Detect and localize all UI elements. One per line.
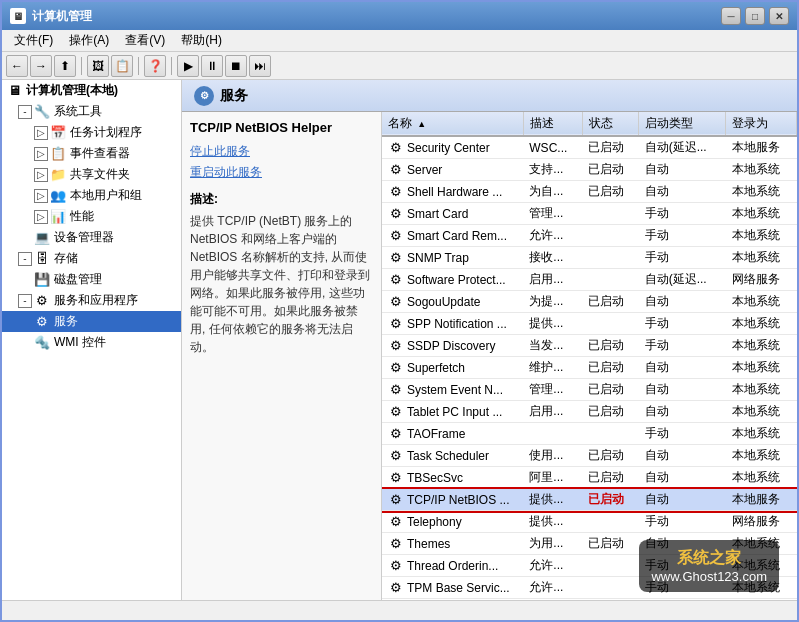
cell-startup: 手动 (639, 313, 726, 335)
sidebar: 🖥 计算机管理(本地) - 🔧 系统工具 ▷ 📅 任务计划程序 ▷ 📋 事件查看… (2, 80, 182, 600)
cell-status: 已启动 (582, 533, 639, 555)
table-row[interactable]: ⚙TBSecSvc阿里...已启动自动本地系统 (382, 467, 797, 489)
table-row[interactable]: ⚙Telephony提供...手动网络服务 (382, 511, 797, 533)
table-row[interactable]: ⚙TPM Base Servic...允许...手动本地系统 (382, 577, 797, 599)
expand-local-users[interactable]: ▷ (34, 189, 48, 203)
minimize-button[interactable]: ─ (721, 7, 741, 25)
expand-services-apps[interactable]: - (18, 294, 32, 308)
table-row[interactable]: ⚙Software Protect...启用...自动(延迟...网络服务 (382, 269, 797, 291)
table-row[interactable]: ⚙Smart Card Rem...允许...手动本地系统 (382, 225, 797, 247)
menu-view[interactable]: 查看(V) (117, 30, 173, 51)
table-header-row: 名称 ▲ 描述 状态 启动类型 (382, 112, 797, 136)
maximize-button[interactable]: □ (745, 7, 765, 25)
col-startup[interactable]: 启动类型 (639, 112, 726, 136)
computer-icon: 🖥 (6, 83, 22, 99)
sidebar-item-event-viewer[interactable]: ▷ 📋 事件查看器 (2, 143, 181, 164)
expand-task-scheduler[interactable]: ▷ (34, 126, 48, 140)
cell-login: 本地系统 (726, 203, 797, 225)
cell-name: ⚙TPM Base Servic... (382, 577, 523, 599)
system-tools-icon: 🔧 (34, 104, 50, 120)
show-hide-button[interactable]: 🖼 (87, 55, 109, 77)
services-table-area[interactable]: 名称 ▲ 描述 状态 启动类型 (382, 112, 797, 600)
table-row[interactable]: ⚙TAOFrame手动本地系统 (382, 423, 797, 445)
table-row[interactable]: ⚙Security CenterWSC...已启动自动(延迟...本地服务 (382, 136, 797, 159)
restart-service-link[interactable]: 重启动此服务 (190, 164, 373, 181)
table-row[interactable]: ⚙SPP Notification ...提供...手动本地系统 (382, 313, 797, 335)
panel-header: ⚙ 服务 (182, 80, 797, 112)
stop-button[interactable]: ⏹ (225, 55, 247, 77)
sidebar-system-tools-label: 系统工具 (54, 103, 102, 120)
table-row[interactable]: ⚙System Event N...管理...已启动自动本地系统 (382, 379, 797, 401)
table-row[interactable]: ⚙Task Scheduler使用...已启动自动本地系统 (382, 445, 797, 467)
stop-service-link[interactable]: 停止此服务 (190, 143, 373, 160)
table-row[interactable]: ⚙Shell Hardware ...为自...已启动自动本地系统 (382, 181, 797, 203)
close-button[interactable]: ✕ (769, 7, 789, 25)
table-row[interactable]: ⚙Tablet PC Input ...启用...已启动自动本地系统 (382, 401, 797, 423)
col-status[interactable]: 状态 (582, 112, 639, 136)
cell-login: 本地系统 (726, 357, 797, 379)
cell-login: 网络服务 (726, 269, 797, 291)
table-row[interactable]: ⚙SSDP Discovery当发...已启动手动本地系统 (382, 335, 797, 357)
task-scheduler-icon: 📅 (50, 125, 66, 141)
play-button[interactable]: ▶ (177, 55, 199, 77)
sidebar-item-wmi[interactable]: 🔩 WMI 控件 (2, 332, 181, 353)
table-row[interactable]: ⚙Superfetch维护...已启动自动本地系统 (382, 357, 797, 379)
sidebar-item-system-tools[interactable]: - 🔧 系统工具 (2, 101, 181, 122)
sidebar-item-performance[interactable]: ▷ 📊 性能 (2, 206, 181, 227)
sidebar-item-storage[interactable]: - 🗄 存储 (2, 248, 181, 269)
help-button[interactable]: ❓ (144, 55, 166, 77)
cell-status (582, 225, 639, 247)
expand-performance[interactable]: ▷ (34, 210, 48, 224)
cell-startup: 自动 (639, 401, 726, 423)
sidebar-item-services[interactable]: ⚙ 服务 (2, 311, 181, 332)
cell-startup: 自动 (639, 357, 726, 379)
sidebar-item-device-manager[interactable]: 💻 设备管理器 (2, 227, 181, 248)
col-login[interactable]: 登录为 (726, 112, 797, 136)
sidebar-item-local-users[interactable]: ▷ 👥 本地用户和组 (2, 185, 181, 206)
expand-storage[interactable]: - (18, 252, 32, 266)
description-text: 提供 TCP/IP (NetBT) 服务上的 NetBIOS 和网络上客户端的 … (190, 212, 373, 356)
cell-status: 已启动 (582, 467, 639, 489)
cell-desc: 为提... (523, 291, 582, 313)
col-desc[interactable]: 描述 (523, 112, 582, 136)
sidebar-item-services-apps[interactable]: - ⚙ 服务和应用程序 (2, 290, 181, 311)
properties-button[interactable]: 📋 (111, 55, 133, 77)
table-row[interactable]: ⚙SogouUpdate为提...已启动自动本地系统 (382, 291, 797, 313)
table-row[interactable]: ⚙Smart Card管理...手动本地系统 (382, 203, 797, 225)
col-name[interactable]: 名称 ▲ (382, 112, 523, 136)
cell-name: ⚙SPP Notification ... (382, 313, 523, 335)
forward-button[interactable]: → (30, 55, 52, 77)
cell-desc: 允许... (523, 555, 582, 577)
expand-event-viewer[interactable]: ▷ (34, 147, 48, 161)
cell-status (582, 577, 639, 599)
sidebar-root[interactable]: 🖥 计算机管理(本地) (2, 80, 181, 101)
cell-desc: 为用... (523, 533, 582, 555)
cell-desc: 允许... (523, 577, 582, 599)
services-table: 名称 ▲ 描述 状态 启动类型 (382, 112, 797, 600)
restart-button[interactable]: ⏭ (249, 55, 271, 77)
table-row[interactable]: ⚙Thread Orderin...允许...手动本地系统 (382, 555, 797, 577)
table-row[interactable]: ⚙TCP/IP NetBIOS ...提供...已启动自动本地服务 (382, 489, 797, 511)
sidebar-item-shared-folders[interactable]: ▷ 📁 共享文件夹 (2, 164, 181, 185)
expand-shared-folders[interactable]: ▷ (34, 168, 48, 182)
menu-file[interactable]: 文件(F) (6, 30, 61, 51)
cell-startup: 手动 (639, 203, 726, 225)
sidebar-item-disk-management[interactable]: 💾 磁盘管理 (2, 269, 181, 290)
sidebar-item-task-scheduler[interactable]: ▷ 📅 任务计划程序 (2, 122, 181, 143)
pause-button[interactable]: ⏸ (201, 55, 223, 77)
table-row[interactable]: ⚙Server支持...已启动自动本地系统 (382, 159, 797, 181)
menu-action[interactable]: 操作(A) (61, 30, 117, 51)
table-row[interactable]: ⚙Themes为用...已启动自动本地系统 (382, 533, 797, 555)
cell-name: ⚙Task Scheduler (382, 445, 523, 467)
cell-status: 已启动 (582, 136, 639, 159)
sidebar-performance-label: 性能 (70, 208, 94, 225)
up-button[interactable]: ⬆ (54, 55, 76, 77)
cell-login: 本地系统 (726, 577, 797, 599)
menu-help[interactable]: 帮助(H) (173, 30, 230, 51)
cell-name: ⚙Thread Orderin... (382, 555, 523, 577)
cell-startup: 手动 (639, 511, 726, 533)
expand-system-tools[interactable]: - (18, 105, 32, 119)
table-row[interactable]: ⚙SNMP Trap接收...手动本地系统 (382, 247, 797, 269)
status-bar (2, 600, 797, 620)
back-button[interactable]: ← (6, 55, 28, 77)
